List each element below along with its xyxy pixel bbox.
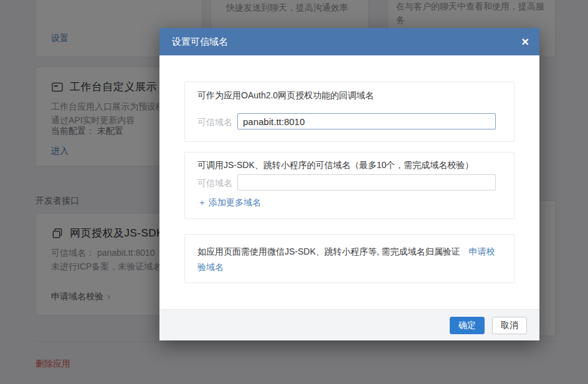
- cancel-button[interactable]: 取消: [492, 317, 527, 334]
- modal-header: 设置可信域名 ✕: [159, 28, 539, 55]
- verify-note-text: 如应用页面需使用微信JS-SDK、跳转小程序等, 需完成域名归属验证: [197, 246, 460, 256]
- oauth-section-title: 可作为应用OAuth2.0网页授权功能的回调域名: [197, 90, 374, 101]
- verify-note-section: 如应用页面需使用微信JS-SDK、跳转小程序等, 需完成域名归属验证申请校验域名: [184, 234, 514, 283]
- add-more-domains-label: 添加更多域名: [209, 197, 261, 207]
- oauth-domain-section: 可作为应用OAuth2.0网页授权功能的回调域名 可信域名: [184, 82, 514, 142]
- confirm-button[interactable]: 确定: [450, 317, 485, 334]
- oauth-domain-label: 可信域名: [197, 117, 232, 128]
- jssdk-domain-label: 可信域名: [197, 178, 232, 189]
- plus-icon: ＋: [197, 197, 206, 207]
- set-trusted-domain-modal: 设置可信域名 ✕ 可作为应用OAuth2.0网页授权功能的回调域名 可信域名 可…: [159, 28, 539, 340]
- close-icon[interactable]: ✕: [521, 28, 529, 55]
- jssdk-section-title: 可调用JS-SDK、跳转小程序的可信域名（最多10个，需完成域名校验）: [197, 160, 473, 171]
- jssdk-domain-input[interactable]: [237, 174, 496, 190]
- add-more-domains-link[interactable]: ＋添加更多域名: [197, 197, 261, 208]
- oauth-domain-input[interactable]: [237, 113, 496, 129]
- modal-footer: 确定 取消: [159, 309, 539, 340]
- modal-title: 设置可信域名: [172, 36, 228, 48]
- jssdk-domain-section: 可调用JS-SDK、跳转小程序的可信域名（最多10个，需完成域名校验） 可信域名…: [184, 152, 514, 219]
